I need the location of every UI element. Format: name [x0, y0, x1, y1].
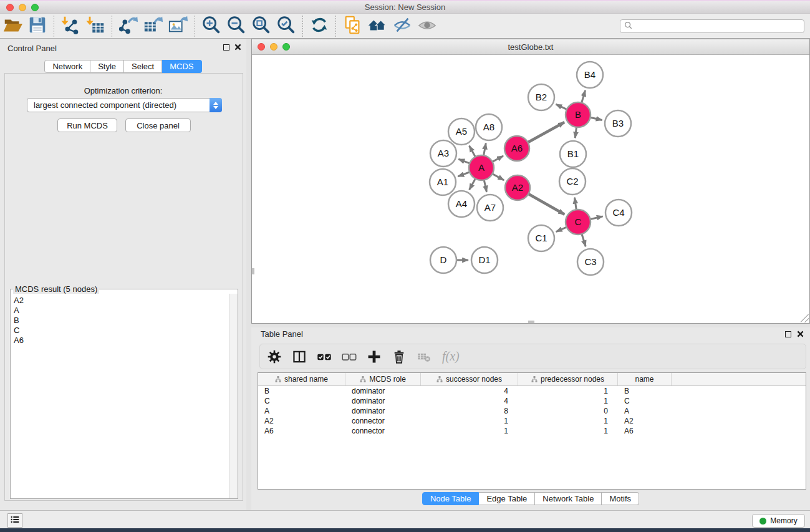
cell: dominator [345, 386, 421, 396]
zoom-selected-button[interactable] [274, 14, 299, 38]
table-tab-motifs[interactable]: Motifs [602, 492, 639, 505]
zoom-fit-button[interactable] [249, 14, 274, 38]
zoom-window-button[interactable] [31, 4, 39, 11]
graph-node-A7[interactable]: A7 [477, 195, 503, 221]
main-titlebar: Session: New Session [0, 1, 810, 14]
export-image-button[interactable] [166, 14, 191, 38]
resize-grip[interactable] [801, 314, 809, 322]
graph-node-B[interactable]: B [566, 102, 591, 127]
table-row-a[interactable]: Adominator80A [258, 406, 806, 416]
graph-node-A4[interactable]: A4 [448, 191, 475, 217]
graph-node-A8[interactable]: A8 [476, 114, 502, 140]
table-tab-network-table[interactable]: Network Table [535, 492, 602, 505]
criterion-dropdown[interactable]: largest connected component (directed) [27, 98, 222, 112]
minimize-window-button[interactable] [19, 4, 26, 11]
open-session-button[interactable] [0, 14, 25, 38]
close-panel-icon[interactable] [234, 44, 241, 51]
graph-node-A6[interactable]: A6 [504, 136, 529, 161]
add-column-button[interactable] [365, 347, 383, 366]
column-header-predecessor-nodes[interactable]: predecessor nodes [518, 373, 618, 385]
result-item-b[interactable]: B [14, 316, 229, 326]
column-header-name[interactable]: name [618, 373, 672, 385]
select-all-button[interactable] [315, 347, 334, 366]
table-row-c[interactable]: Cdominator41C [258, 396, 806, 406]
table-tab-edge-table[interactable]: Edge Table [479, 492, 535, 505]
table-settings-button[interactable] [265, 347, 284, 366]
table-row-b[interactable]: Bdominator41B [258, 386, 806, 396]
column-header-shared-name[interactable]: shared name [258, 373, 345, 385]
result-item-a[interactable]: A [14, 306, 229, 316]
cell: B [618, 386, 672, 396]
run-mcds-button[interactable]: Run MCDS [57, 118, 117, 132]
graph-node-D1[interactable]: D1 [471, 247, 498, 273]
close-table-panel-icon[interactable] [797, 331, 804, 337]
deselect-all-button[interactable] [340, 347, 359, 366]
network-close-button[interactable] [258, 43, 265, 51]
result-item-a2[interactable]: A2 [14, 296, 229, 306]
graph-node-B3[interactable]: B3 [605, 110, 631, 137]
graph-node-B2[interactable]: B2 [528, 84, 554, 110]
graph-node-C[interactable]: C [566, 210, 591, 235]
graph-node-B4[interactable]: B4 [577, 62, 603, 88]
svg-text:A7: A7 [485, 202, 496, 213]
export-network-button[interactable] [116, 14, 141, 38]
tab-network[interactable]: Network [44, 60, 90, 73]
refresh-button[interactable] [307, 14, 332, 38]
tab-style[interactable]: Style [90, 60, 124, 73]
column-header-successor-nodes[interactable]: successor nodes [421, 373, 518, 385]
show-all-button[interactable] [415, 14, 440, 38]
result-item-a6[interactable]: A6 [14, 336, 229, 346]
graph-node-A3[interactable]: A3 [430, 140, 456, 167]
graph-node-C3[interactable]: C3 [577, 249, 604, 275]
save-session-button[interactable] [25, 14, 50, 38]
graph-node-C1[interactable]: C1 [528, 225, 554, 251]
graph-node-A2[interactable]: A2 [505, 175, 530, 200]
svg-text:A3: A3 [438, 148, 449, 158]
float-panel-icon[interactable] [223, 44, 229, 51]
graph-node-C4[interactable]: C4 [605, 200, 632, 226]
panel-splitter[interactable] [246, 39, 251, 510]
new-network-from-selection-button[interactable] [340, 14, 365, 38]
import-network-button[interactable] [58, 14, 83, 38]
table-tab-node-table[interactable]: Node Table [422, 492, 480, 505]
memory-label: Memory [770, 516, 797, 525]
toolbar-separator [335, 16, 336, 37]
import-network-icon [60, 14, 81, 38]
memory-button[interactable]: Memory [752, 514, 805, 528]
float-table-panel-icon[interactable] [785, 331, 791, 337]
result-scrollbar[interactable] [229, 294, 238, 498]
search-field[interactable] [620, 19, 804, 33]
network-graph[interactable]: B4B2BB3A5A8A6B1A3AC2A1A2A4A7CC4C1C3DD1 [252, 55, 809, 323]
graph-node-A[interactable]: A [469, 155, 494, 180]
graph-node-D[interactable]: D [430, 247, 456, 273]
show-panels-button[interactable] [7, 513, 22, 528]
tab-select[interactable]: Select [124, 60, 162, 73]
result-item-c[interactable]: C [14, 326, 229, 336]
show-columns-button[interactable] [290, 347, 309, 366]
zoom-in-button[interactable] [199, 14, 224, 38]
table-row-a2[interactable]: A2connector11A2 [258, 416, 806, 426]
zoom-out-button[interactable] [224, 14, 249, 38]
network-minimize-button[interactable] [270, 43, 277, 51]
control-panel-tabs: NetworkStyleSelectMCDS [44, 60, 201, 73]
table-row-a6[interactable]: A6connector11A6 [258, 426, 806, 436]
network-canvas[interactable]: B4B2BB3A5A8A6B1A3AC2A1A2A4A7CC4C1C3DD1 [252, 55, 809, 323]
graph-node-A1[interactable]: A1 [430, 169, 456, 195]
column-header-MCDS-role[interactable]: MCDS role [345, 373, 421, 385]
svg-text:B1: B1 [567, 148, 579, 159]
tab-mcds[interactable]: MCDS [162, 60, 201, 73]
import-table-button[interactable] [83, 14, 108, 38]
network-zoom-button[interactable] [282, 43, 290, 51]
close-panel-button[interactable]: Close panel [125, 118, 191, 132]
delete-column-button[interactable] [390, 347, 408, 366]
graph-node-C2[interactable]: C2 [559, 168, 586, 195]
first-neighbors-button[interactable] [365, 14, 390, 38]
table-panel: Table Panel [251, 327, 810, 510]
graph-node-A5[interactable]: A5 [448, 118, 475, 145]
close-window-button[interactable] [6, 4, 14, 11]
graph-node-B1[interactable]: B1 [560, 141, 586, 167]
export-table-button[interactable] [141, 14, 166, 38]
search-input[interactable] [632, 22, 800, 31]
cell: 4 [421, 396, 518, 406]
hide-selected-button[interactable] [390, 14, 415, 38]
